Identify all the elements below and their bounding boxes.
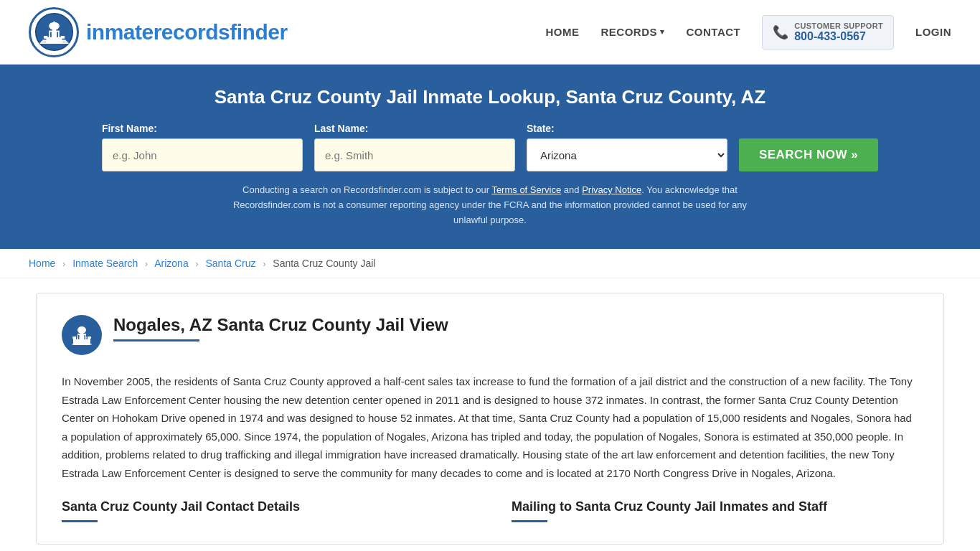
nav-records[interactable]: RECORDS ▾: [600, 26, 664, 38]
svg-rect-12: [41, 41, 67, 42]
last-name-group: Last Name:: [314, 123, 515, 171]
logo-text: inmaterecordsfinder: [86, 20, 288, 44]
support-label: CUSTOMER SUPPORT: [794, 22, 883, 30]
nav-area: HOME RECORDS ▾ CONTACT 📞 CUSTOMER SUPPOR…: [545, 15, 951, 50]
contact-details-heading: Santa Cruz County Jail Contact Details: [62, 499, 468, 514]
hero-disclaimer: Conducting a search on Recordsfinder.com…: [232, 183, 748, 227]
mailing-heading: Mailing to Santa Cruz County Jail Inmate…: [512, 499, 918, 514]
hero-title: Santa Cruz County Jail Inmate Lookup, Sa…: [29, 86, 951, 108]
support-text: CUSTOMER SUPPORT 800-433-0567: [794, 22, 883, 43]
contact-details-section: Santa Cruz County Jail Contact Details: [62, 499, 468, 522]
svg-rect-2: [43, 36, 64, 39]
logo-icon: [29, 7, 79, 57]
breadcrumb-sep-1: ›: [62, 259, 65, 269]
mailing-underline: [512, 520, 547, 522]
state-group: State: Arizona Alabama Alaska California…: [527, 123, 727, 171]
breadcrumb-home[interactable]: Home: [29, 258, 55, 269]
phone-icon: 📞: [773, 24, 788, 40]
tos-link[interactable]: Terms of Service: [491, 184, 561, 195]
svg-rect-21: [78, 335, 80, 339]
breadcrumb-arizona[interactable]: Arizona: [154, 258, 188, 269]
svg-rect-22: [85, 335, 86, 339]
sections-row: Santa Cruz County Jail Contact Details M…: [62, 499, 918, 522]
logo-area: inmaterecordsfinder: [29, 7, 288, 57]
jail-title-underline: [113, 339, 199, 342]
last-name-input[interactable]: [314, 138, 515, 171]
jail-title: Nogales, AZ Santa Cruz County Jail View: [113, 315, 448, 335]
chevron-down-icon: ▾: [660, 27, 665, 37]
contact-details-underline: [62, 520, 98, 522]
state-label: State:: [527, 123, 555, 134]
first-name-group: First Name:: [102, 123, 303, 171]
main-content: Nogales, AZ Santa Cruz County Jail View …: [0, 278, 980, 551]
jail-description: In November 2005, the residents of Santa…: [62, 372, 918, 482]
first-name-label: First Name:: [102, 123, 157, 134]
breadcrumb-sep-2: ›: [145, 259, 148, 269]
nav-home[interactable]: HOME: [545, 26, 579, 38]
svg-rect-13: [39, 42, 68, 44]
svg-rect-10: [59, 32, 60, 37]
breadcrumb-sep-4: ›: [263, 259, 265, 269]
breadcrumb-current: Santa Cruz County Jail: [273, 258, 375, 269]
svg-rect-6: [53, 22, 55, 26]
hero-section: Santa Cruz County Jail Inmate Lookup, Sa…: [0, 65, 980, 249]
svg-rect-24: [72, 344, 92, 345]
svg-rect-19: [81, 326, 83, 330]
svg-rect-9: [57, 32, 58, 37]
jail-header: Nogales, AZ Santa Cruz County Jail View: [62, 315, 918, 355]
breadcrumb-santa-cruz[interactable]: Santa Cruz: [205, 258, 255, 269]
login-button[interactable]: LOGIN: [915, 26, 951, 38]
header: inmaterecordsfinder HOME RECORDS ▾ CONTA…: [0, 0, 980, 65]
customer-support-box: 📞 CUSTOMER SUPPORT 800-433-0567: [762, 15, 894, 50]
last-name-label: Last Name:: [314, 123, 368, 134]
svg-rect-23: [87, 335, 88, 339]
support-number: 800-433-0567: [794, 30, 883, 43]
mailing-section: Mailing to Santa Cruz County Jail Inmate…: [512, 499, 918, 522]
jail-title-block: Nogales, AZ Santa Cruz County Jail View: [113, 315, 448, 342]
breadcrumb: Home › Inmate Search › Arizona › Santa C…: [0, 249, 980, 278]
svg-rect-20: [76, 335, 77, 339]
state-select[interactable]: Arizona Alabama Alaska California Colora…: [527, 138, 727, 171]
nav-contact[interactable]: CONTACT: [687, 26, 741, 38]
jail-icon: [62, 315, 102, 355]
breadcrumb-sep-3: ›: [196, 259, 199, 269]
svg-rect-7: [47, 32, 49, 37]
first-name-input[interactable]: [102, 138, 303, 171]
privacy-link[interactable]: Privacy Notice: [582, 184, 641, 195]
svg-rect-8: [50, 32, 52, 37]
content-card: Nogales, AZ Santa Cruz County Jail View …: [36, 293, 944, 545]
search-form: First Name: Last Name: State: Arizona Al…: [29, 123, 951, 171]
breadcrumb-inmate-search[interactable]: Inmate Search: [72, 258, 138, 269]
search-button[interactable]: SEARCH NOW »: [739, 138, 878, 171]
svg-rect-11: [42, 40, 66, 42]
